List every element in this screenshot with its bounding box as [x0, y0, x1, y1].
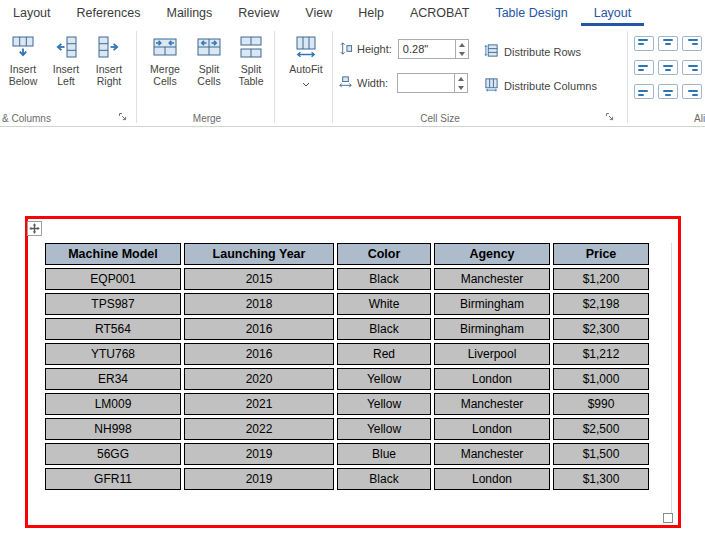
group-separator — [136, 31, 137, 123]
table-row: EQP0012015BlackManchester$1,200 — [45, 268, 649, 290]
align-top-left-button[interactable] — [634, 36, 654, 51]
table-cell[interactable]: RT564 — [45, 318, 181, 340]
ribbon-tabs: LayoutReferencesMailingsReviewViewHelpAC… — [0, 0, 705, 26]
table-move-handle[interactable] — [27, 221, 42, 236]
table-cell[interactable]: 2019 — [184, 468, 334, 490]
rows-columns-dialog-launcher[interactable] — [117, 111, 129, 123]
autofit-button[interactable]: AutoFit — [283, 31, 329, 107]
align-center-right-button[interactable] — [682, 60, 702, 75]
distribute-columns-button[interactable]: Distribute Columns — [484, 77, 597, 94]
table-cell[interactable]: YTU768 — [45, 343, 181, 365]
insert-left-button[interactable]: Insert Left — [46, 31, 86, 107]
table-body: EQP0012015BlackManchester$1,200TPS987201… — [45, 268, 649, 490]
table-cell[interactable]: $1,500 — [553, 443, 649, 465]
table-cell[interactable]: EQP001 — [45, 268, 181, 290]
height-stepper[interactable] — [456, 39, 469, 59]
table-cell[interactable]: $2,198 — [553, 293, 649, 315]
split-table-button[interactable]: Split Table — [230, 31, 272, 107]
align-top-center-button[interactable] — [658, 36, 678, 51]
table-cell[interactable]: White — [337, 293, 431, 315]
table-cell[interactable]: $2,500 — [553, 418, 649, 440]
cell-size-dialog-launcher[interactable] — [604, 111, 616, 123]
distribute-rows-button[interactable]: Distribute Rows — [484, 43, 581, 60]
column-header[interactable]: Price — [553, 243, 649, 265]
ribbon-tab-acrobat[interactable]: ACROBAT — [397, 0, 483, 26]
height-input[interactable] — [398, 39, 456, 59]
align-bottom-center-button[interactable] — [658, 84, 678, 99]
table-cell[interactable]: Black — [337, 318, 431, 340]
merge-cells-button[interactable]: Merge Cells — [142, 31, 188, 107]
table-cell[interactable]: 2016 — [184, 318, 334, 340]
row-height-icon — [338, 41, 353, 58]
table-cell[interactable]: London — [434, 418, 550, 440]
ribbon-tab-layout[interactable]: Layout — [0, 0, 64, 26]
stepper-down-icon[interactable] — [459, 52, 465, 56]
table-cell[interactable]: NH998 — [45, 418, 181, 440]
table-cell[interactable]: London — [434, 468, 550, 490]
table-cell[interactable]: 2020 — [184, 368, 334, 390]
table-cell[interactable]: Black — [337, 468, 431, 490]
table-cell[interactable]: 2016 — [184, 343, 334, 365]
ribbon-tab-view[interactable]: View — [292, 0, 345, 26]
table-cell[interactable]: TPS987 — [45, 293, 181, 315]
table-cell[interactable]: Red — [337, 343, 431, 365]
table-cell[interactable]: ER34 — [45, 368, 181, 390]
table-cell[interactable]: Birmingham — [434, 293, 550, 315]
distribute-rows-icon — [484, 43, 499, 60]
table-cell[interactable]: Manchester — [434, 393, 550, 415]
table-cell[interactable]: Black — [337, 268, 431, 290]
ribbon-tab-table-design[interactable]: Table Design — [482, 0, 580, 26]
table-cell[interactable]: Manchester — [434, 443, 550, 465]
width-label: Width: — [357, 77, 388, 89]
table-cell[interactable]: Yellow — [337, 418, 431, 440]
width-input[interactable] — [397, 73, 455, 93]
table-resize-handle[interactable] — [663, 513, 673, 523]
ribbon-tab-mailings[interactable]: Mailings — [153, 0, 225, 26]
dialog-launcher-icon — [118, 112, 128, 122]
table-cell[interactable]: 2019 — [184, 443, 334, 465]
width-stepper[interactable] — [455, 73, 468, 93]
column-header[interactable]: Agency — [434, 243, 550, 265]
table-cell[interactable]: Blue — [337, 443, 431, 465]
align-center-left-button[interactable] — [634, 60, 654, 75]
table-cell[interactable]: $1,000 — [553, 368, 649, 390]
table-cell[interactable]: $1,212 — [553, 343, 649, 365]
stepper-up-icon[interactable] — [458, 77, 464, 81]
align-center-center-button[interactable] — [658, 60, 678, 75]
table-cell[interactable]: $1,200 — [553, 268, 649, 290]
column-header[interactable]: Color — [337, 243, 431, 265]
table-cell[interactable]: Yellow — [337, 368, 431, 390]
ribbon-tab-references[interactable]: References — [64, 0, 154, 26]
table-cell[interactable]: $2,300 — [553, 318, 649, 340]
table-cell[interactable]: 2022 — [184, 418, 334, 440]
table-cell[interactable]: $990 — [553, 393, 649, 415]
align-bottom-right-button[interactable] — [682, 84, 702, 99]
table-cell[interactable]: 56GG — [45, 443, 181, 465]
table-cell[interactable]: London — [434, 368, 550, 390]
insert-right-button[interactable]: Insert Right — [87, 31, 131, 107]
table-cell[interactable]: 2021 — [184, 393, 334, 415]
ribbon-tab-review[interactable]: Review — [225, 0, 292, 26]
table-cell[interactable]: Birmingham — [434, 318, 550, 340]
column-header[interactable]: Launching Year — [184, 243, 334, 265]
move-arrows-icon — [29, 223, 40, 234]
table-cell[interactable]: Liverpool — [434, 343, 550, 365]
stepper-up-icon[interactable] — [459, 43, 465, 47]
distribute-columns-label: Distribute Columns — [504, 80, 597, 92]
insert-below-button[interactable]: Insert Below — [1, 31, 45, 107]
table-cell[interactable]: LM009 — [45, 393, 181, 415]
align-top-right-button[interactable] — [682, 36, 702, 51]
table-cell[interactable]: Manchester — [434, 268, 550, 290]
split-cells-button[interactable]: Split Cells — [189, 31, 229, 107]
table-cell[interactable]: GFR11 — [45, 468, 181, 490]
ribbon-tab-help[interactable]: Help — [345, 0, 397, 26]
ribbon-tab-table-layout[interactable]: Layout — [581, 0, 645, 26]
table-cell[interactable]: 2015 — [184, 268, 334, 290]
insert-left-label: Insert Left — [46, 63, 86, 88]
table-cell[interactable]: 2018 — [184, 293, 334, 315]
column-header[interactable]: Machine Model — [45, 243, 181, 265]
stepper-down-icon[interactable] — [458, 86, 464, 90]
table-cell[interactable]: Yellow — [337, 393, 431, 415]
table-cell[interactable]: $1,300 — [553, 468, 649, 490]
align-bottom-left-button[interactable] — [634, 84, 654, 99]
